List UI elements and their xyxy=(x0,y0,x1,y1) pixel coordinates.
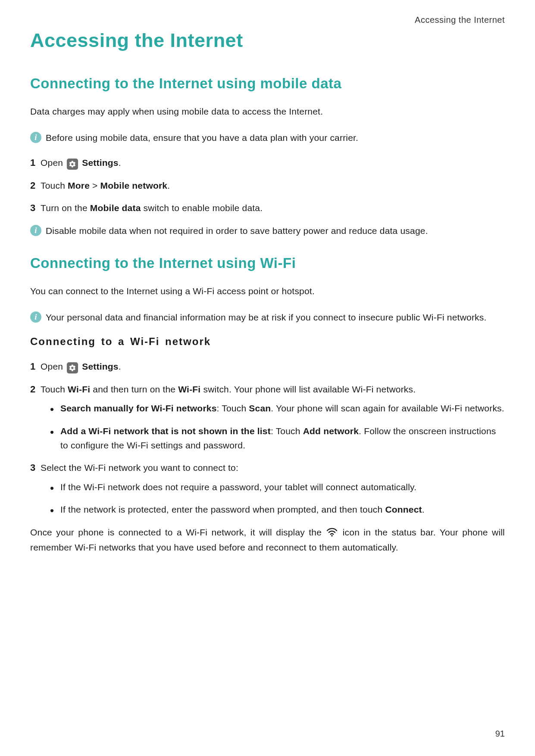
info-note: i Before using mobile data, ensure that … xyxy=(30,131,505,145)
section-wifi: Connecting to the Internet using Wi-Fi Y… xyxy=(30,255,505,555)
section-mobile-data: Connecting to the Internet using mobile … xyxy=(30,75,505,238)
step-item: Open Settings. xyxy=(30,360,505,374)
step-text: Touch xyxy=(41,384,68,394)
section-heading: Connecting to the Internet using mobile … xyxy=(30,75,505,92)
bullet-list: Search manually for Wi-Fi networks: Touc… xyxy=(48,401,505,452)
page-number: 91 xyxy=(495,729,505,739)
info-icon: i xyxy=(30,132,41,143)
bullet-text: : Touch xyxy=(271,426,303,436)
bullet-list: If the Wi-Fi network does not require a … xyxy=(48,480,505,517)
bullet-item: If the Wi-Fi network does not require a … xyxy=(48,480,505,495)
page: Accessing the Internet Accessing the Int… xyxy=(0,0,535,756)
bullet-text: . xyxy=(422,504,425,514)
bullet-item: Search manually for Wi-Fi networks: Touc… xyxy=(48,401,505,416)
add-network-label: Add network xyxy=(303,426,359,436)
info-icon: i xyxy=(30,225,41,236)
wifi-label: Wi-Fi xyxy=(178,384,200,394)
bullet-lead: Search manually for Wi-Fi networks xyxy=(60,403,217,413)
info-note: i Your personal data and financial infor… xyxy=(30,311,505,325)
wifi-label: Wi-Fi xyxy=(68,384,90,394)
bullet-lead: Add a Wi-Fi network that is not shown in… xyxy=(60,426,271,436)
info-icon: i xyxy=(30,311,41,323)
step-text: and then turn on the xyxy=(90,384,178,394)
intro-text: Data charges may apply when using mobile… xyxy=(30,105,505,119)
bullet-item: If the network is protected, enter the p… xyxy=(48,503,505,517)
section-heading: Connecting to the Internet using Wi-Fi xyxy=(30,255,505,271)
step-text: . xyxy=(119,361,121,371)
step-text: . xyxy=(167,180,170,190)
bullet-text: If the network is protected, enter the p… xyxy=(60,504,385,514)
settings-label: Settings xyxy=(82,361,118,371)
step-item: Turn on the Mobile data switch to enable… xyxy=(30,201,505,215)
step-item: Touch Wi-Fi and then turn on the Wi-Fi s… xyxy=(30,383,505,452)
running-head: Accessing the Internet xyxy=(30,15,505,25)
step-text: switch to enable mobile data. xyxy=(141,203,263,213)
mobile-data-label: Mobile data xyxy=(90,203,141,213)
scan-label: Scan xyxy=(249,403,271,413)
connect-label: Connect xyxy=(385,504,422,514)
settings-label: Settings xyxy=(82,158,118,168)
info-text: Before using mobile data, ensure that yo… xyxy=(46,131,505,145)
step-item: Select the Wi-Fi network you want to con… xyxy=(30,461,505,517)
step-text: switch. Your phone will list available W… xyxy=(200,384,416,394)
page-title: Accessing the Internet xyxy=(30,29,505,52)
info-note: i Disable mobile data when not required … xyxy=(30,224,505,238)
step-text: Open xyxy=(41,361,66,371)
steps-list: Open Settings. Touch Wi-Fi and then turn… xyxy=(30,360,505,516)
step-text: Select the Wi-Fi network you want to con… xyxy=(41,463,238,473)
svg-point-0 xyxy=(332,535,333,536)
bullet-item: Add a Wi-Fi network that is not shown in… xyxy=(48,424,505,452)
settings-icon xyxy=(67,159,78,170)
bullet-text: . Your phone will scan again for availab… xyxy=(271,403,504,413)
wifi-icon xyxy=(326,527,338,541)
more-label: More xyxy=(68,180,90,190)
step-text: Open xyxy=(41,158,66,168)
mobile-network-label: Mobile network xyxy=(100,180,168,190)
step-text: Touch xyxy=(41,180,68,190)
intro-text: You can connect to the Internet using a … xyxy=(30,284,505,299)
bullet-text: : Touch xyxy=(217,403,249,413)
info-text: Your personal data and financial informa… xyxy=(46,311,505,325)
step-text: Turn on the xyxy=(41,203,90,213)
subsection-heading: Connecting to a Wi-Fi network xyxy=(30,336,505,348)
steps-list: Open Settings. Touch More > Mobile netwo… xyxy=(30,156,505,215)
step-item: Touch More > Mobile network. xyxy=(30,179,505,193)
settings-icon xyxy=(67,362,78,373)
step-item: Open Settings. xyxy=(30,156,505,170)
step-text: > xyxy=(90,180,100,190)
step-text: . xyxy=(119,158,121,168)
outro-text: Once your phone is connected to a Wi-Fi … xyxy=(30,526,505,555)
info-text: Disable mobile data when not required in… xyxy=(46,224,505,238)
outro-part: Once your phone is connected to a Wi-Fi … xyxy=(30,527,325,537)
